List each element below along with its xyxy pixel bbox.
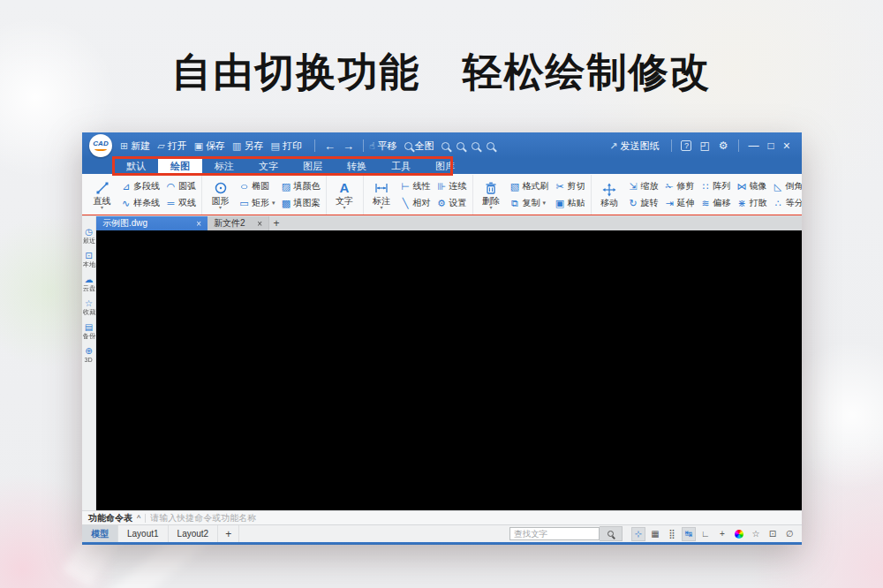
star-icon[interactable]: ☆ <box>749 527 763 541</box>
move-button[interactable]: 移动 <box>595 182 624 207</box>
mirror-button[interactable]: ⋈ 镜像 <box>735 179 769 193</box>
tab-text[interactable]: 文字 <box>246 159 291 174</box>
pan-button[interactable]: ☝ 平移 <box>369 139 397 153</box>
collapse-caret-icon[interactable]: ^ <box>137 514 140 523</box>
continuous-dim-button[interactable]: ⊪ 连续 <box>434 179 469 193</box>
double-line-button[interactable]: ═ 双线 <box>163 196 198 210</box>
delete-button[interactable]: 删除 ▾ <box>477 180 506 210</box>
tab-tools[interactable]: 工具 <box>379 159 423 174</box>
copy-button[interactable]: ⧉ 复制 ▾ <box>508 196 551 210</box>
command-input[interactable] <box>150 513 802 523</box>
layout-tab-layout1[interactable]: Layout1 <box>118 525 169 542</box>
line-button[interactable]: 直线 ▾ <box>87 180 117 210</box>
chevron-down-icon: ▾ <box>490 206 493 210</box>
move-mode-icon[interactable]: ⊹ <box>631 527 645 541</box>
close-icon[interactable]: × <box>196 219 201 229</box>
text-button[interactable]: A 文字 ▾ <box>330 180 359 210</box>
dim-settings-button[interactable]: ⚙ 设置 <box>434 196 469 210</box>
scale-button[interactable]: ⇲ 缩放 <box>626 179 660 193</box>
snap-mode-icon[interactable]: ↹ <box>682 527 696 541</box>
tab-draw-active[interactable]: 绘图 <box>158 159 202 174</box>
zoom-extents-button[interactable]: 全图 <box>404 139 434 153</box>
rectangle-label: 矩形 <box>252 197 269 209</box>
offset-label: 偏移 <box>713 197 731 209</box>
rectangle-button[interactable]: ▭ 矩形 ▾ <box>237 196 277 210</box>
zoom-previous-icon[interactable] <box>487 142 494 150</box>
fill-color-button[interactable]: ▨ 填颜色 <box>279 179 322 193</box>
doc-tab-active[interactable]: 示例图.dwg × <box>96 216 208 230</box>
tab-library[interactable]: 图库 <box>423 159 467 174</box>
relative-dim-button[interactable]: ╲ 相对 <box>398 196 433 210</box>
cut-button[interactable]: ✂ 剪切 <box>553 179 587 193</box>
ellipse-button[interactable]: ○ 椭圆 <box>237 179 277 193</box>
circle-button[interactable]: 圆形 ▾ <box>206 180 235 210</box>
hatch-button[interactable]: ▩ 填图案 <box>279 196 322 210</box>
new-button[interactable]: ⊞ 新建 <box>120 139 150 153</box>
tab-default[interactable]: 默认 <box>114 159 158 174</box>
format-painter-button[interactable]: ▧ 格式刷 <box>508 179 551 193</box>
zoom-out-icon[interactable] <box>457 142 464 150</box>
spline-button[interactable]: ∿ 样条线 <box>118 196 162 210</box>
sidebar-item-3d[interactable]: ⊕ 3D <box>84 346 93 364</box>
layout-tab-layout2[interactable]: Layout2 <box>169 525 219 542</box>
help-icon[interactable]: ? <box>681 140 691 151</box>
minimize-button[interactable]: — <box>749 139 759 152</box>
sidebar-item-local[interactable]: ⊡ 本地 <box>82 251 96 268</box>
doc-tab-inactive[interactable]: 新文件2 × <box>208 216 269 230</box>
grid-icon[interactable]: ▦ <box>648 527 662 541</box>
app-logo[interactable]: CAD <box>89 134 112 157</box>
layout-tab-model[interactable]: 模型 <box>82 525 118 542</box>
color-wheel-icon[interactable] <box>732 527 746 541</box>
array-button[interactable]: ∷ 阵列 <box>698 179 733 193</box>
print-button[interactable]: ▤ 打印 <box>271 139 302 153</box>
close-button[interactable]: × <box>783 139 790 153</box>
open-button[interactable]: ▱ 打开 <box>157 139 186 153</box>
explode-label: 打散 <box>750 197 767 209</box>
explode-button[interactable]: ⋇ 打散 <box>735 196 769 210</box>
extend-button[interactable]: ⇥ 延伸 <box>662 196 697 210</box>
grid-dots-icon[interactable]: ⣿ <box>665 527 679 541</box>
zoom-window-icon[interactable] <box>472 142 479 150</box>
arc-button[interactable]: ◠ 圆弧 <box>163 179 198 193</box>
paste-button[interactable]: ▣ 粘贴 <box>553 196 587 210</box>
linear-dim-button[interactable]: ⊢ 线性 <box>398 179 433 193</box>
save-button[interactable]: ▣ 保存 <box>194 139 225 153</box>
find-text-input[interactable] <box>509 527 600 540</box>
zoom-in-icon[interactable] <box>442 142 449 150</box>
fill-color-icon: ▨ <box>281 182 292 192</box>
maximize-button[interactable]: □ <box>768 139 774 152</box>
ortho-mode-icon[interactable]: ∟ <box>698 527 713 541</box>
chamfer-button[interactable]: ◺ 倒角 ▾ <box>771 179 802 193</box>
offset-button[interactable]: ≋ 偏移 <box>698 196 733 210</box>
gear-icon[interactable]: ⚙ <box>719 139 728 152</box>
trim-button[interactable]: ✁ 修剪 <box>662 179 697 193</box>
cube-icon[interactable]: ⊡ <box>766 527 780 541</box>
send-drawing-button[interactable]: ↗ 发送图纸 <box>609 139 659 153</box>
tab-dimension[interactable]: 标注 <box>202 159 246 174</box>
redo-forward-icon[interactable]: → <box>343 139 354 153</box>
save-as-button[interactable]: ▥ 另存 <box>232 139 263 153</box>
command-panel-toggle[interactable]: 功能命令表 <box>88 512 132 524</box>
rotate-button[interactable]: ↻ 旋转 <box>626 196 660 210</box>
divide-button[interactable]: ∴ 等分 ▾ <box>771 196 802 210</box>
find-text-button[interactable] <box>600 526 623 541</box>
sidebar-item-cloud[interactable]: ☁ 云盘 <box>82 275 96 292</box>
drawing-canvas[interactable] <box>96 230 802 510</box>
new-doc-tab-button[interactable]: + <box>269 216 283 230</box>
tab-convert[interactable]: 转换 <box>335 159 379 174</box>
sidebar-item-label: 最近 <box>82 237 94 244</box>
extend-icon: ⇥ <box>664 199 675 208</box>
sidebar-item-favorites[interactable]: ☆ 收藏 <box>82 298 96 316</box>
new-layout-tab-button[interactable]: + <box>218 525 239 542</box>
sidebar-item-backup[interactable]: ▤ 备份 <box>82 322 96 340</box>
dimension-button[interactable]: 标注 ▾ <box>367 180 396 210</box>
fullscreen-icon[interactable]: ◰ <box>699 139 709 152</box>
pan-label: 平移 <box>378 139 397 153</box>
undo-back-icon[interactable]: ← <box>324 139 336 153</box>
sidebar-item-recent[interactable]: ◷ 最近 <box>82 227 96 245</box>
tab-layer[interactable]: 图层 <box>291 159 335 174</box>
lasso-icon[interactable]: ∅ <box>782 527 796 541</box>
crosshair-icon[interactable]: + <box>715 527 729 541</box>
polyline-button[interactable]: ⊿ 多段线 <box>118 179 162 193</box>
close-icon[interactable]: × <box>257 219 262 229</box>
